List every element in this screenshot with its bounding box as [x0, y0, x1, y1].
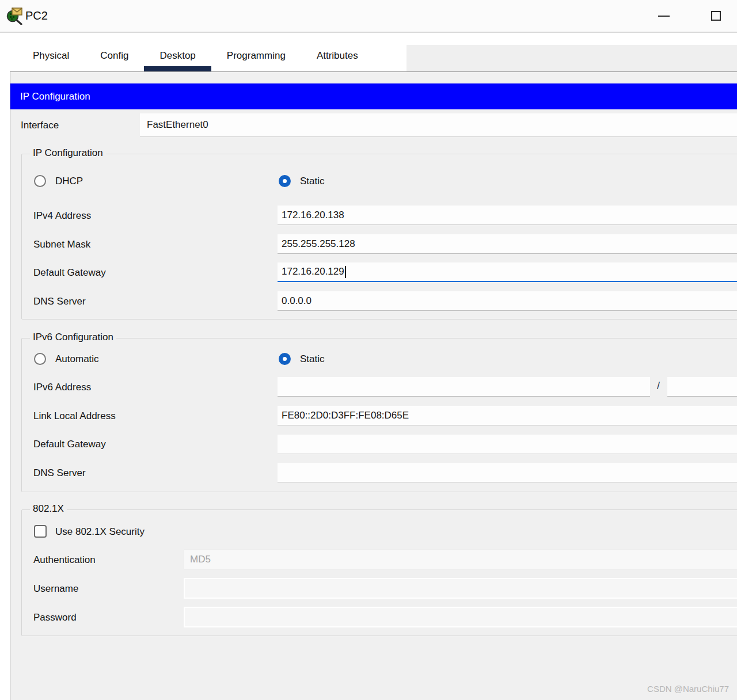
ipv6-automatic-radio[interactable] — [34, 353, 46, 365]
window-title: PC2 — [25, 0, 48, 32]
ipv6-default-gateway-label: Default Gateway — [33, 439, 106, 450]
default-gateway-input[interactable]: 172.16.20.129 — [278, 262, 737, 282]
ipv6-static-radio-label[interactable]: Static — [300, 353, 325, 365]
interface-select[interactable]: FastEthernet0 — [140, 113, 737, 137]
authentication-select-disabled: MD5 — [184, 549, 737, 570]
text-cursor — [345, 266, 346, 278]
default-gateway-label: Default Gateway — [33, 267, 106, 279]
ipv6-prefix-input[interactable] — [667, 377, 737, 397]
link-local-address-input[interactable]: FE80::2D0:D3FF:FE08:D65E — [278, 406, 737, 425]
interface-value: FastEthernet0 — [147, 119, 208, 131]
username-label: Username — [33, 583, 78, 595]
tab-attributes[interactable]: Attributes — [301, 45, 374, 72]
authentication-label: Authentication — [33, 554, 96, 566]
watermark: CSDN @NaruChiu77 — [647, 684, 729, 694]
desktop-tab-content: IP Configuration Interface FastEthernet0… — [10, 71, 737, 700]
minimize-button[interactable] — [648, 0, 680, 32]
dns-server-input[interactable]: 0.0.0.0 — [278, 291, 737, 311]
subnet-mask-label: Subnet Mask — [33, 239, 90, 250]
static-radio[interactable] — [279, 175, 291, 187]
subnet-mask-value: 255.255.255.128 — [282, 238, 355, 250]
tab-programming[interactable]: Programming — [211, 45, 301, 72]
tab-desktop[interactable]: Desktop — [144, 45, 211, 72]
tab-config[interactable]: Config — [85, 45, 144, 72]
username-input-disabled — [184, 578, 737, 599]
interface-label: Interface — [21, 120, 59, 131]
static-radio-label[interactable]: Static — [300, 176, 325, 187]
maximize-button[interactable] — [700, 0, 732, 32]
use-8021x-security-label[interactable]: Use 802.1X Security — [55, 526, 145, 538]
dhcp-radio[interactable] — [34, 175, 46, 187]
dhcp-radio-label[interactable]: DHCP — [55, 176, 83, 187]
link-local-address-value: FE80::2D0:D3FF:FE08:D65E — [282, 410, 409, 421]
password-input-disabled — [184, 607, 737, 627]
ipv6-automatic-radio-label[interactable]: Automatic — [55, 353, 99, 365]
ipv4-address-input[interactable]: 172.16.20.138 — [278, 206, 737, 225]
use-8021x-security-checkbox[interactable] — [34, 525, 47, 538]
default-gateway-value: 172.16.20.129 — [282, 266, 344, 277]
ipv6-address-input[interactable] — [278, 377, 650, 397]
authentication-value: MD5 — [190, 554, 211, 565]
dot1x-group: 802.1X Use 802.1X Security Authenticatio… — [21, 509, 737, 636]
ipv6-address-label: IPv6 Address — [33, 382, 91, 393]
ip-configuration-group: IP Configuration DHCP Static IPv4 Addres… — [21, 154, 737, 319]
packet-tracer-pc-icon — [5, 6, 24, 25]
ipv6-configuration-group: IPv6 Configuration Automatic Static IPv6… — [21, 338, 737, 492]
maximize-icon — [711, 11, 721, 21]
ipv4-address-label: IPv4 Address — [33, 210, 91, 222]
ipv6-default-gateway-input[interactable] — [278, 435, 737, 454]
ipv6-prefix-separator: / — [657, 380, 660, 392]
password-label: Password — [33, 612, 77, 623]
ipv4-address-value: 172.16.20.138 — [282, 210, 344, 221]
ipv6-static-radio[interactable] — [279, 353, 291, 365]
tabrow-filler — [407, 45, 737, 72]
window-titlebar: PC2 — [0, 0, 737, 33]
dns-server-label: DNS Server — [33, 296, 86, 307]
tab-physical[interactable]: Physical — [17, 45, 85, 72]
ipv6-dns-server-input[interactable] — [278, 463, 737, 482]
subnet-mask-input[interactable]: 255.255.255.128 — [278, 234, 737, 254]
dns-server-value: 0.0.0.0 — [282, 295, 311, 307]
tab-bar: Physical Config Desktop Programming Attr… — [10, 45, 407, 72]
link-local-address-label: Link Local Address — [33, 410, 116, 422]
ip-configuration-banner: IP Configuration — [10, 83, 737, 109]
ip-configuration-legend: IP Configuration — [30, 147, 106, 159]
ipv6-configuration-legend: IPv6 Configuration — [30, 332, 116, 343]
minimize-icon — [658, 16, 670, 17]
ipv6-dns-server-label: DNS Server — [33, 467, 86, 479]
dot1x-legend: 802.1X — [30, 503, 67, 515]
